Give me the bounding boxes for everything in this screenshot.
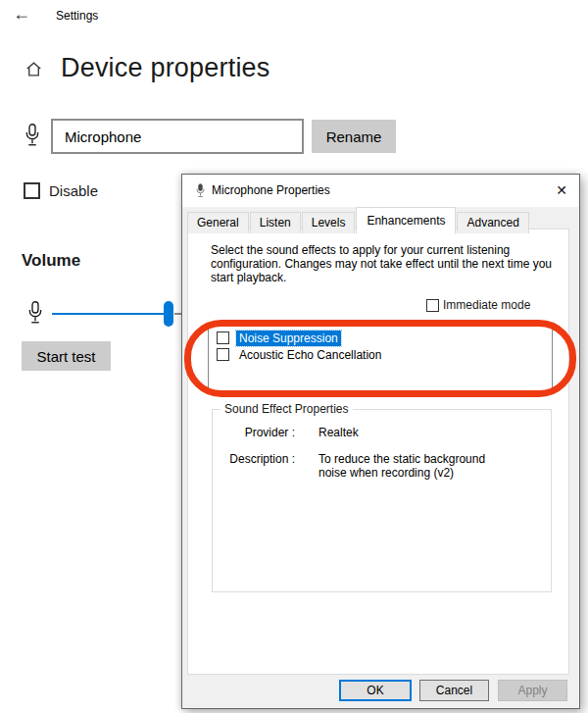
volume-slider-track[interactable] (52, 313, 167, 315)
microphone-icon (24, 121, 41, 150)
provider-value: Realtek (318, 426, 497, 439)
tab-levels[interactable]: Levels (302, 212, 356, 233)
disable-checkbox[interactable] (24, 182, 40, 199)
noise-suppression-label: Noise Suppression (236, 331, 341, 346)
disable-label: Disable (49, 182, 98, 199)
rename-button[interactable]: Rename (312, 120, 396, 153)
close-icon[interactable]: ✕ (556, 181, 567, 199)
dialog-title: Microphone Properties (212, 183, 330, 197)
sound-effect-properties-title: Sound Effect Properties (220, 402, 353, 416)
list-item-acoustic-echo-cancellation[interactable]: Acoustic Echo Cancellation (209, 346, 552, 363)
list-item-noise-suppression[interactable]: Noise Suppression (209, 330, 552, 346)
enhancements-intro-text: Select the sound effects to apply for yo… (211, 243, 559, 284)
provider-label: Provider : (213, 426, 295, 439)
dialog-titlebar[interactable]: Microphone Properties ✕ (182, 175, 579, 207)
immediate-mode-row: Immediate mode (426, 298, 530, 312)
enhancements-tab-panel: Select the sound effects to apply for yo… (187, 229, 569, 675)
acoustic-echo-cancellation-label: Acoustic Echo Cancellation (236, 347, 384, 363)
app-title: Settings (56, 9, 98, 23)
cancel-button[interactable]: Cancel (419, 680, 489, 701)
microphone-icon (195, 182, 206, 199)
immediate-mode-checkbox[interactable] (426, 299, 439, 312)
tab-listen[interactable]: Listen (250, 212, 301, 233)
immediate-mode-label: Immediate mode (443, 298, 530, 312)
dialog-tabs: General Listen Levels Enhancements Advan… (187, 210, 530, 233)
description-value: To reduce the static background noise wh… (318, 452, 497, 480)
page-title: Device properties (61, 53, 270, 83)
microphone-icon (26, 298, 44, 328)
description-row: Description : To reduce the static backg… (213, 452, 551, 480)
dialog-button-row: OK Cancel Apply (182, 680, 579, 703)
acoustic-echo-cancellation-checkbox[interactable] (217, 348, 229, 361)
microphone-properties-dialog: Microphone Properties ✕ General Listen L… (181, 174, 580, 709)
volume-heading: Volume (22, 251, 80, 271)
sound-effect-properties-group: Sound Effect Properties Provider : Realt… (212, 409, 552, 592)
provider-row: Provider : Realtek (213, 426, 551, 439)
description-label: Description : (213, 452, 295, 480)
device-name-input[interactable] (51, 119, 304, 154)
volume-slider-thumb[interactable] (164, 301, 173, 327)
home-icon (24, 60, 43, 78)
tab-advanced[interactable]: Advanced (457, 212, 528, 233)
tab-enhancements[interactable]: Enhancements (356, 207, 456, 234)
ok-button[interactable]: OK (339, 680, 412, 701)
apply-button: Apply (498, 680, 567, 701)
back-icon[interactable]: ← (13, 4, 30, 25)
start-test-button[interactable]: Start test (22, 341, 111, 371)
noise-suppression-checkbox[interactable] (217, 331, 229, 344)
effects-listbox: Noise Suppression Acoustic Echo Cancella… (208, 326, 553, 391)
tab-general[interactable]: General (187, 212, 249, 233)
